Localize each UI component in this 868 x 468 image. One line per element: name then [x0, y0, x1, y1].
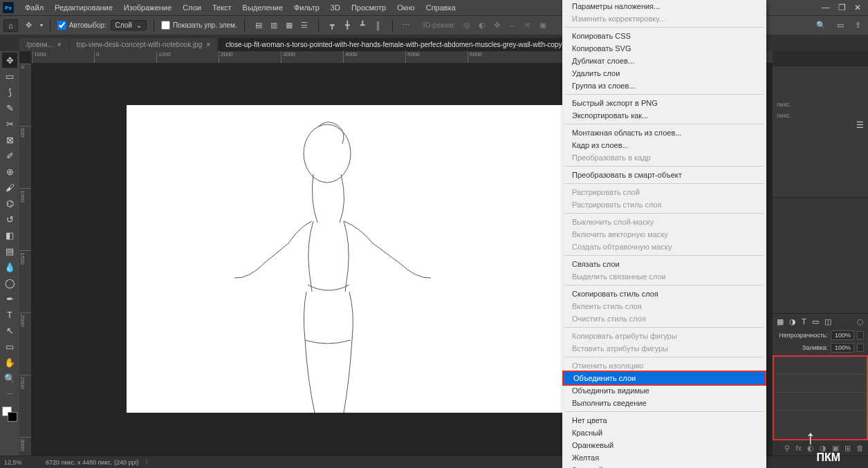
context-menu-item[interactable]: Группа из слоев... [562, 79, 766, 92]
layers-list[interactable] [773, 355, 868, 440]
layer-row[interactable] [774, 393, 867, 411]
home-icon[interactable]: ⌂ [3, 19, 18, 32]
distribute-vcenter-icon[interactable]: ╋ [341, 19, 355, 32]
auto-select-input[interactable] [57, 21, 66, 30]
color-swatch[interactable] [2, 406, 17, 422]
align-more-icon[interactable]: ☰ [297, 19, 311, 32]
move-tool[interactable]: ✥ [2, 53, 17, 68]
context-menu-item[interactable]: Копировать SVG [562, 42, 766, 55]
blur-tool[interactable]: 💧 [2, 259, 17, 274]
fill-value[interactable]: 100% [831, 343, 854, 353]
group-icon[interactable]: ▣ [832, 444, 839, 453]
window-close-icon[interactable]: ✕ [850, 3, 865, 12]
show-transform-controls-checkbox[interactable]: Показать упр. элем. [161, 21, 237, 30]
layer-fx-icon[interactable]: fx [795, 444, 802, 452]
3d-pan-icon[interactable]: ✥ [490, 19, 504, 32]
eyedropper-tool[interactable]: ✐ [2, 148, 17, 163]
3d-cam-icon[interactable]: ▣ [536, 19, 550, 32]
document-tab[interactable]: /ровни...× [19, 38, 68, 51]
close-icon[interactable]: × [206, 41, 210, 48]
context-menu-item[interactable]: Оранжевый [562, 439, 766, 451]
distribute-v-icon[interactable]: ║ [371, 19, 385, 32]
pen-tool[interactable]: ✒ [2, 291, 17, 306]
context-menu-item[interactable]: Связать слои [562, 258, 766, 270]
filter-adjust-icon[interactable]: ◑ [789, 317, 796, 326]
filter-smart-icon[interactable]: ◫ [824, 317, 831, 326]
opacity-value[interactable]: 100% [831, 330, 854, 340]
opacity-chevron-icon[interactable] [857, 331, 864, 339]
dodge-tool[interactable]: ◯ [2, 275, 17, 290]
menu-выделение[interactable]: Выделение [237, 3, 288, 12]
context-menu-item[interactable]: Дубликат слоев... [562, 55, 766, 67]
3d-orbit-icon[interactable]: ◎ [460, 19, 474, 32]
context-menu-item[interactable]: Быстрый экспорт в PNG [562, 97, 766, 109]
lasso-tool[interactable]: ⟆ [2, 84, 17, 100]
stamp-tool[interactable]: ⌬ [2, 196, 17, 211]
fill-chevron-icon[interactable] [857, 344, 864, 352]
close-icon[interactable]: × [57, 41, 62, 48]
align-right-icon[interactable]: ▦ [282, 19, 296, 32]
window-restore-icon[interactable]: ❐ [834, 3, 850, 12]
layer-row[interactable] [774, 375, 867, 393]
document-canvas[interactable] [127, 105, 602, 413]
new-layer-icon[interactable]: ⊞ [844, 444, 851, 453]
zoom-level[interactable]: 12,5% [4, 459, 39, 466]
crop-tool[interactable]: ✂ [2, 116, 17, 131]
menu-окно[interactable]: Окно [391, 3, 421, 12]
menu-фильтр[interactable]: Фильтр [288, 3, 325, 12]
share-icon[interactable]: ⇪ [851, 21, 865, 30]
overflow-icon[interactable]: ⋯ [400, 19, 414, 32]
docinfo-chevron-icon[interactable]: 〉 [145, 458, 151, 466]
type-tool[interactable]: T [2, 307, 17, 322]
menu-3d[interactable]: 3D [325, 3, 346, 12]
document-tab[interactable]: top-view-desk-concept-with-notebook.jpg× [70, 38, 218, 51]
panel-options-icon[interactable]: ☰ [856, 120, 864, 130]
context-menu-item[interactable]: Выполнить сведение [562, 397, 766, 409]
eraser-tool[interactable]: ◧ [2, 227, 17, 243]
path-select-tool[interactable]: ↖ [2, 323, 17, 338]
auto-select-target-select[interactable]: Слой [111, 20, 147, 30]
filter-shape-icon[interactable]: ▭ [812, 317, 819, 326]
filter-pixel-icon[interactable]: ▦ [777, 317, 784, 326]
distribute-bottom-icon[interactable]: ┻ [356, 19, 370, 32]
heal-tool[interactable]: ⊕ [2, 164, 17, 179]
context-menu-item[interactable]: Кадр из слоев... [562, 139, 766, 151]
frame-tool[interactable]: ⊠ [2, 132, 17, 147]
context-menu-item[interactable]: Объединить видимые [562, 384, 766, 397]
context-menu-item[interactable]: Монтажная область из слоев... [562, 127, 766, 139]
menu-просмотр[interactable]: Просмотр [346, 3, 391, 12]
menu-справка[interactable]: Справка [421, 3, 461, 12]
3d-zoom-icon[interactable]: ⤧ [521, 19, 535, 32]
properties-panel-tabs[interactable] [773, 51, 868, 66]
zoom-tool[interactable]: 🔍 [2, 371, 17, 386]
context-menu-item[interactable]: Параметры наложения... [562, 0, 766, 12]
menu-файл[interactable]: Файл [19, 3, 49, 12]
context-menu-item[interactable]: Копировать CSS [562, 30, 766, 42]
adjustment-layer-icon[interactable]: ◑ [820, 444, 827, 453]
menu-редактирование[interactable]: Редактирование [49, 3, 118, 12]
layer-mask-icon[interactable]: ◐ [807, 444, 814, 453]
menu-слои[interactable]: Слои [177, 3, 207, 12]
context-menu-item[interactable]: Экспортировать как... [562, 109, 766, 122]
shape-tool[interactable]: ▭ [2, 339, 17, 354]
show-transform-controls-input[interactable] [161, 21, 170, 30]
3d-slide-icon[interactable]: ↔ [506, 19, 519, 32]
gradient-tool[interactable]: ▤ [2, 243, 17, 259]
filter-type-icon[interactable]: T [802, 317, 806, 326]
quick-select-tool[interactable]: ✎ [2, 100, 17, 115]
window-minimize-icon[interactable]: — [818, 3, 834, 12]
auto-select-checkbox[interactable]: Автовыбор: [57, 21, 107, 30]
delete-layer-icon[interactable]: 🗑 [856, 444, 864, 452]
marquee-tool[interactable]: ▭ [2, 68, 17, 84]
frame-icon[interactable]: ▭ [833, 21, 847, 30]
filter-toggle-icon[interactable]: ◌ [857, 317, 864, 326]
distribute-top-icon[interactable]: ┳ [326, 19, 340, 32]
context-menu-item[interactable]: Красный [562, 427, 766, 439]
history-brush-tool[interactable]: ↺ [2, 212, 17, 227]
context-menu-item[interactable]: Удалить слои [562, 67, 766, 79]
background-color[interactable] [8, 412, 17, 422]
tool-chevron-icon[interactable]: ▾ [40, 22, 43, 28]
align-center-h-icon[interactable]: ▥ [267, 19, 281, 32]
search-icon[interactable]: 🔍 [813, 21, 829, 30]
move-tool-icon[interactable]: ✥ [22, 19, 36, 32]
